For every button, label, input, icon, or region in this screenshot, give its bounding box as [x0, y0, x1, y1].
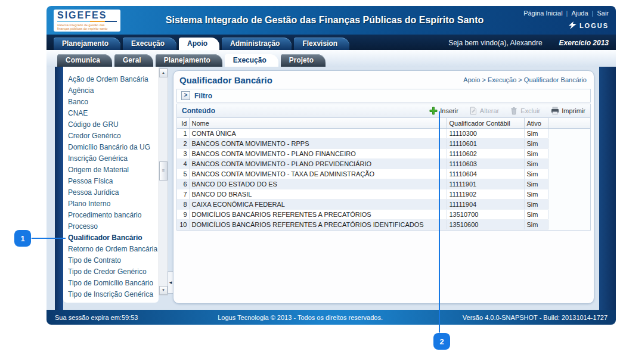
sidebar-item-tipo-de-credor-generico[interactable]: Tipo de Credor Genérico: [63, 266, 159, 278]
subtab-execucao[interactable]: Execução: [225, 54, 278, 67]
header-links: Página Inicial|Ajuda|Sair: [523, 10, 609, 17]
tab-execucao[interactable]: Execução: [123, 38, 176, 50]
cell-ativo: Sim: [524, 139, 548, 149]
scrollbar-thumb[interactable]: ≡: [159, 161, 168, 181]
sidebar-item-acao-de-ordem-bancaria[interactable]: Ação de Ordem Bancária: [63, 74, 159, 85]
help-link[interactable]: Ajuda: [571, 10, 588, 17]
link-separator: |: [566, 10, 568, 17]
tab-administracao[interactable]: Administração: [222, 38, 292, 50]
version-text: Versão 4.0.0-SNAPSHOT - Build: 20131014-…: [463, 314, 607, 321]
excluir-button[interactable]: Excluir: [510, 107, 540, 115]
printer-icon: [551, 107, 559, 115]
table-row[interactable]: 8 CAIXA ECONÔMICA FEDERAL 11111904 Sim: [177, 200, 590, 210]
sidebar-item-processo[interactable]: Processo: [63, 221, 159, 232]
sidebar-item-plano-interno[interactable]: Plano Interno: [63, 198, 159, 210]
table-row[interactable]: 7 BANCO DO BRASIL 11111902 Sim: [177, 189, 590, 200]
content-area: Ação de Ordem Bancária Agência Banco CNA…: [47, 67, 616, 310]
cell-filler: [548, 149, 590, 159]
tab-planejamento[interactable]: Planejamento: [54, 38, 120, 50]
cell-filler: [548, 129, 590, 139]
table-row[interactable]: 1 CONTA ÚNICA 11110300 Sim: [177, 129, 590, 139]
session-timer: Sua sessão expira em:59:53: [55, 314, 138, 321]
cell-nome: BANCOS CONTA MOVIMENTO - TAXA DE ADMINIS…: [189, 169, 447, 179]
table-row[interactable]: 9 DOMICÍLIOS BANCÁRIOS REFERENTES A PREC…: [177, 210, 590, 220]
sidebar-scrollbar[interactable]: ▲ ≡ ▼: [159, 68, 168, 295]
cell-nome: BANCO DO BRASIL: [189, 189, 447, 200]
sidebar-item-credor-generico[interactable]: Credor Genérico: [63, 130, 159, 142]
welcome-message: Seja bem vindo(a), Alexandre: [448, 36, 542, 50]
sidebar-item-codigo-de-gru[interactable]: Código de GRU: [63, 119, 159, 130]
table-row[interactable]: 6 BANCO DO ESTADO DO ES 11111901 Sim: [177, 179, 590, 189]
column-header-id: Id: [177, 118, 189, 129]
filter-expand-button[interactable]: >: [181, 91, 190, 100]
inserir-label: Inserir: [440, 107, 458, 114]
exercise-year-label: Exercício 2013: [559, 36, 609, 50]
table-row[interactable]: 3 BANCOS CONTA MOVIMENTO - PLANO FINANCE…: [177, 149, 590, 159]
cell-filler: [548, 220, 590, 230]
cell-qualificador: 11111904: [447, 200, 524, 210]
cell-ativo: Sim: [524, 200, 548, 210]
sidebar-item-agencia[interactable]: Agência: [63, 85, 159, 97]
annotation-badge-1: 1: [14, 230, 31, 247]
content-panel: Qualificador Bancário Apoio > Execução >…: [173, 70, 594, 304]
logus-logo-text: LOGUS: [579, 22, 609, 29]
column-header-filler: [548, 118, 590, 129]
imprimir-button[interactable]: Imprimir: [551, 107, 585, 115]
logo-tagline-2: finanças públicas do espírito santo: [57, 27, 117, 30]
table-row[interactable]: 10 DOMICÍLIOS BANCÁRIOS REFERENTES A PRE…: [177, 220, 590, 230]
subtab-comunica[interactable]: Comunica: [57, 54, 112, 67]
sidebar-item-domicilio-bancario-da-ug[interactable]: Domicílio Bancário da UG: [63, 142, 159, 153]
app-title: Sistema Integrado de Gestão das Finanças…: [123, 15, 526, 26]
cell-nome: CAIXA ECONÔMICA FEDERAL: [189, 200, 447, 210]
scroll-up-arrow-icon[interactable]: ▲: [159, 69, 168, 77]
sigefes-logo-text: SIGEFES: [57, 11, 117, 20]
subtab-planejamento[interactable]: Planejamento: [156, 54, 222, 67]
sidebar-item-origem-de-material[interactable]: Origem de Material: [63, 164, 159, 176]
cell-id: 1: [177, 129, 189, 139]
cell-id: 8: [177, 200, 189, 210]
content-group: Conteúdo Inserir Alterar: [176, 104, 591, 231]
table-row[interactable]: 2 BANCOS CONTA MOVIMENTO - RPPS 11110601…: [177, 139, 590, 149]
subtab-projeto[interactable]: Projeto: [281, 54, 326, 67]
content-group-header: Conteúdo Inserir Alterar: [177, 104, 590, 118]
sidebar-item-inscricao-generica[interactable]: Inscrição Genérica: [63, 153, 159, 164]
alterar-button[interactable]: Alterar: [469, 107, 499, 115]
sidebar-item-procedimento-bancario[interactable]: Procedimento bancário: [63, 210, 159, 221]
alterar-label: Alterar: [480, 107, 499, 114]
breadcrumb: Apoio > Execução > Qualificador Bancário: [463, 76, 587, 83]
page-title: Qualificador Bancário: [179, 75, 272, 85]
sidebar-item-cnae[interactable]: CNAE: [63, 108, 159, 119]
sigefes-logo[interactable]: SIGEFES sistema integrado de gestão das …: [54, 10, 120, 32]
sidebar-item-pessoa-juridica[interactable]: Pessoa Jurídica: [63, 187, 159, 198]
imprimir-label: Imprimir: [562, 107, 585, 114]
sidebar-item-qualificador-bancario[interactable]: Qualificador Bancário: [63, 232, 159, 244]
cell-filler: [548, 159, 590, 169]
inserir-button[interactable]: Inserir: [429, 107, 458, 115]
subtab-geral[interactable]: Geral: [114, 54, 153, 67]
qualificador-table: Id Nome Qualificador Contábil Ativo 1 CO…: [177, 118, 590, 230]
table-row[interactable]: 5 BANCOS CONTA MOVIMENTO - TAXA DE ADMIN…: [177, 169, 590, 179]
annotation-line-2: [439, 111, 440, 334]
table-row[interactable]: 4 BANCOS CONTA MOVIMENTO - PLANO PREVIDE…: [177, 159, 590, 169]
sidebar-item-tipo-de-contrato[interactable]: Tipo de Contrato: [63, 255, 159, 266]
logout-link[interactable]: Sair: [597, 10, 609, 17]
cell-ativo: Sim: [524, 220, 548, 230]
tab-apoio[interactable]: Apoio: [179, 38, 219, 50]
sidebar-item-banco[interactable]: Banco: [63, 97, 159, 108]
sidebar-item-tipo-de-domicilio-bancario[interactable]: Tipo de Domicílio Bancário: [63, 278, 159, 289]
cell-nome: CONTA ÚNICA: [189, 129, 447, 139]
cell-id: 7: [177, 189, 189, 200]
tab-flexvision[interactable]: Flexvision: [294, 38, 349, 50]
cell-filler: [548, 139, 590, 149]
cell-qualificador: 11110603: [447, 159, 524, 169]
lightning-bolt-icon: [568, 21, 578, 29]
sidebar-item-retorno-de-ordem-bancaria[interactable]: Retorno de Ordem Bancária: [63, 244, 159, 255]
scroll-down-arrow-icon[interactable]: ▼: [159, 286, 168, 295]
annotation-badge-2: 2: [433, 333, 450, 350]
sidebar-item-tipo-de-inscricao-generica[interactable]: Tipo de Inscrição Genérica: [63, 289, 159, 300]
filter-label: Filtro: [194, 92, 212, 100]
toolbar: Inserir Alterar Excluir: [429, 107, 585, 115]
sub-tab-bar: Comunica Geral Planejamento Execução Pro…: [47, 50, 616, 67]
home-link[interactable]: Página Inicial: [523, 10, 562, 17]
sidebar-item-pessoa-fisica[interactable]: Pessoa Física: [63, 176, 159, 187]
